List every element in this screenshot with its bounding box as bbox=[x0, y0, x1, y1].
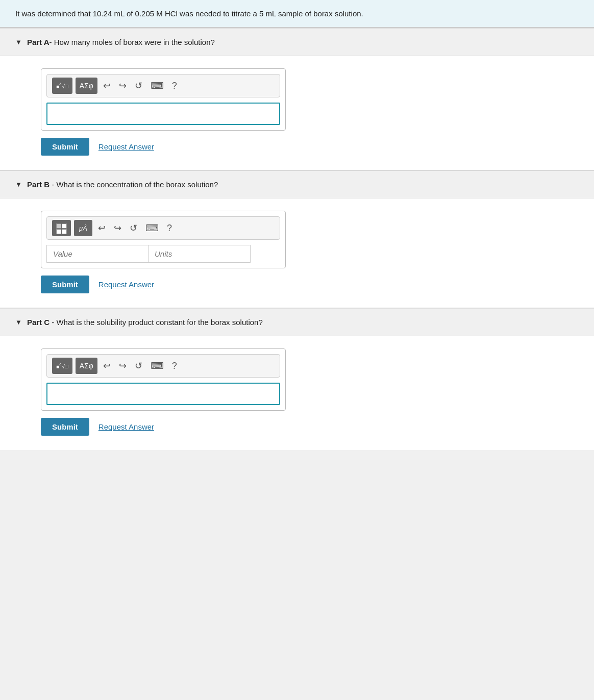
part-b-header[interactable]: ▼ Part B - What is the concentration of … bbox=[0, 170, 594, 198]
part-c-btn-group1: ■4√□ bbox=[52, 358, 72, 374]
part-b-toggle[interactable]: ▼ bbox=[15, 181, 22, 188]
question-icon: ? bbox=[167, 223, 172, 234]
part-a-keyboard-btn[interactable]: ⌨ bbox=[148, 79, 166, 93]
part-c-submit-btn[interactable]: Submit bbox=[41, 418, 89, 436]
part-a-toggle[interactable]: ▼ bbox=[15, 38, 22, 46]
info-text: It was determined that 10.24 mL of 0.205… bbox=[15, 9, 363, 18]
part-b-refresh-btn[interactable]: ↺ bbox=[127, 221, 140, 235]
part-b-btn-group2: μÅ bbox=[74, 220, 92, 236]
part-c-title: Part C - What is the solubility product … bbox=[27, 318, 263, 327]
part-c-btn-group2: ΑΣφ bbox=[76, 358, 97, 374]
part-b-units-input[interactable] bbox=[148, 245, 251, 263]
part-a-request-answer-btn[interactable]: Request Answer bbox=[98, 142, 154, 151]
part-b-btn-group1 bbox=[52, 220, 71, 236]
undo-icon: ↩ bbox=[103, 80, 111, 91]
part-a-input-area[interactable] bbox=[46, 103, 280, 125]
boxes-icon bbox=[56, 222, 67, 234]
part-c-body: ■4√□ ΑΣφ ↩ ↪ ↺ bbox=[0, 336, 594, 450]
part-c-editor: ■4√□ ΑΣφ ↩ ↪ ↺ bbox=[41, 348, 286, 411]
part-a-section: ▼ Part A- How many moles of borax were i… bbox=[0, 28, 594, 170]
part-a-answer-input[interactable] bbox=[53, 107, 274, 121]
refresh-icon: ↺ bbox=[130, 222, 137, 234]
question-icon: ? bbox=[172, 81, 177, 91]
part-a-redo-btn[interactable]: ↪ bbox=[116, 79, 129, 93]
part-b-editor: μÅ ↩ ↪ ↺ ⌨ ? bbox=[41, 211, 286, 268]
part-c-math-btn[interactable]: ■4√□ bbox=[52, 358, 72, 374]
part-a-toolbar: ■4√□ ΑΣφ ↩ ↪ ↺ bbox=[46, 74, 280, 97]
redo-icon: ↪ bbox=[114, 222, 121, 234]
part-c-header[interactable]: ▼ Part C - What is the solubility produc… bbox=[0, 308, 594, 336]
part-c-request-answer-btn[interactable]: Request Answer bbox=[98, 422, 154, 431]
part-a-editor: ■4√□ ΑΣφ ↩ ↪ ↺ bbox=[41, 68, 286, 131]
math-icon: ■4√□ bbox=[56, 362, 68, 369]
part-b-value-input[interactable] bbox=[46, 245, 148, 263]
part-a-undo-btn[interactable]: ↩ bbox=[101, 79, 113, 93]
part-a-btn-group2: ΑΣφ bbox=[76, 78, 97, 94]
part-b-body: μÅ ↩ ↪ ↺ ⌨ ? bbox=[0, 198, 594, 308]
redo-icon: ↪ bbox=[119, 80, 127, 91]
part-c-input-area[interactable] bbox=[46, 383, 280, 405]
refresh-icon: ↺ bbox=[135, 360, 142, 371]
refresh-icon: ↺ bbox=[135, 80, 142, 91]
part-a-math-btn[interactable]: ■4√□ bbox=[52, 78, 72, 94]
info-banner: It was determined that 10.24 mL of 0.205… bbox=[0, 0, 594, 28]
part-b-request-answer-btn[interactable]: Request Answer bbox=[98, 280, 154, 289]
part-c-undo-btn[interactable]: ↩ bbox=[101, 359, 113, 373]
symbol-icon: ΑΣφ bbox=[80, 362, 93, 370]
redo-icon: ↪ bbox=[119, 360, 127, 371]
part-c-toolbar: ■4√□ ΑΣφ ↩ ↪ ↺ bbox=[46, 354, 280, 378]
part-b-toolbar: μÅ ↩ ↪ ↺ ⌨ ? bbox=[46, 216, 280, 240]
part-b-redo-btn[interactable]: ↪ bbox=[111, 221, 124, 235]
part-c-submit-row: Submit Request Answer bbox=[41, 418, 553, 436]
part-b-title: Part B - What is the concentration of th… bbox=[27, 180, 218, 189]
keyboard-icon: ⌨ bbox=[151, 80, 164, 91]
part-a-help-btn[interactable]: ? bbox=[169, 79, 180, 93]
part-b-units-btn[interactable]: μÅ bbox=[74, 220, 92, 236]
part-a-submit-btn[interactable]: Submit bbox=[41, 138, 89, 156]
part-a-header[interactable]: ▼ Part A- How many moles of borax were i… bbox=[0, 28, 594, 56]
part-b-submit-btn[interactable]: Submit bbox=[41, 276, 89, 293]
mu-angstrom-icon: μÅ bbox=[79, 224, 87, 232]
part-c-answer-input[interactable] bbox=[53, 387, 274, 401]
part-a-body: ■4√□ ΑΣφ ↩ ↪ ↺ bbox=[0, 56, 594, 170]
undo-icon: ↩ bbox=[103, 360, 111, 371]
part-c-section: ▼ Part C - What is the solubility produc… bbox=[0, 308, 594, 450]
part-b-undo-btn[interactable]: ↩ bbox=[95, 221, 108, 235]
part-b-help-btn[interactable]: ? bbox=[164, 221, 175, 235]
part-c-help-btn[interactable]: ? bbox=[169, 359, 180, 373]
math-icon: ■4√□ bbox=[56, 82, 68, 89]
part-b-submit-row: Submit Request Answer bbox=[41, 276, 553, 293]
part-a-refresh-btn[interactable]: ↺ bbox=[132, 79, 145, 93]
part-c-symbol-btn[interactable]: ΑΣφ bbox=[76, 358, 97, 374]
part-a-symbol-btn[interactable]: ΑΣφ bbox=[76, 78, 97, 94]
part-a-btn-group1: ■4√□ bbox=[52, 78, 72, 94]
part-b-section: ▼ Part B - What is the concentration of … bbox=[0, 170, 594, 308]
part-a-title: Part A- How many moles of borax were in … bbox=[27, 38, 215, 46]
part-c-redo-btn[interactable]: ↪ bbox=[116, 359, 129, 373]
part-c-toggle[interactable]: ▼ bbox=[15, 318, 22, 326]
keyboard-icon: ⌨ bbox=[151, 360, 164, 371]
question-icon: ? bbox=[172, 361, 177, 371]
part-c-keyboard-btn[interactable]: ⌨ bbox=[148, 359, 166, 373]
keyboard-icon: ⌨ bbox=[145, 222, 159, 234]
part-b-keyboard-btn[interactable]: ⌨ bbox=[143, 221, 161, 235]
part-a-submit-row: Submit Request Answer bbox=[41, 138, 553, 156]
part-b-math-btn[interactable] bbox=[52, 220, 71, 236]
part-b-input-row bbox=[46, 245, 280, 263]
part-c-refresh-btn[interactable]: ↺ bbox=[132, 359, 145, 373]
undo-icon: ↩ bbox=[98, 222, 106, 234]
symbol-icon: ΑΣφ bbox=[80, 82, 93, 90]
